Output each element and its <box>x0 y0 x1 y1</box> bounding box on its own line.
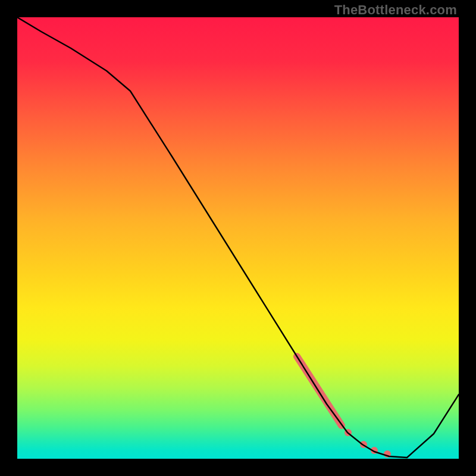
chart-plot-area <box>17 17 459 459</box>
watermark-text: TheBottleneck.com <box>334 2 457 18</box>
chart-stage: TheBottleneck.com <box>0 0 476 476</box>
